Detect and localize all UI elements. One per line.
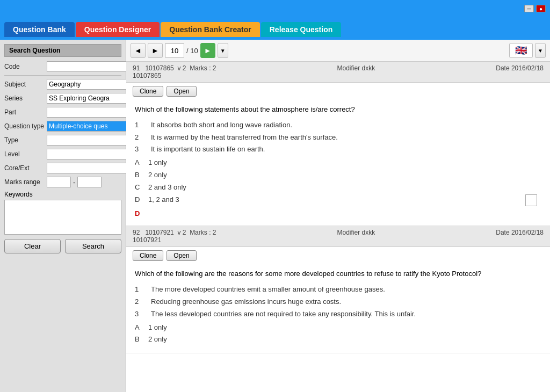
close-button[interactable]: ● (536, 5, 546, 12)
question-block-2: 92 10107921 v 2 Marks : 2 10107921 Modif… (126, 226, 550, 353)
question-type-label: Question type (4, 122, 45, 130)
series-row: Series (4, 93, 121, 104)
question-meta-2: 92 10107921 v 2 Marks : 2 (133, 229, 216, 236)
tab-question-designer[interactable]: Question Designer (76, 22, 160, 37)
item-2-3: 3 The less developed countries are not r… (135, 309, 541, 320)
right-panel: ◄ ► / 10 ► ▼ 🇬🇧 ▼ 91 10107865 v 2 (126, 40, 550, 392)
level-input[interactable] (47, 149, 132, 159)
tab-bar: Question Bank Question Designer Question… (0, 17, 550, 40)
option-1-C: C 2 and 3 only (135, 182, 541, 193)
q-actions-2: Clone Open (126, 247, 550, 264)
item-1-3: 3 It is important to sustain life on ear… (135, 144, 541, 155)
subject-label: Subject (4, 81, 45, 88)
question-text-1: Which of the following statements about … (135, 104, 541, 115)
clone-button-2[interactable]: Clone (133, 250, 163, 261)
clone-button-1[interactable]: Clone (133, 86, 163, 97)
minimize-icon: ─ (527, 6, 531, 12)
title-bar: ─ ● (0, 0, 550, 17)
main-area: Search Question Code Subject Series Part… (0, 40, 550, 392)
code-row: Code (4, 61, 121, 72)
answer-checkbox-1[interactable] (525, 194, 537, 206)
open-button-1[interactable]: Open (167, 86, 196, 97)
question-block-1: 91 10107865 v 2 Marks : 2 10107865 Modif… (126, 62, 550, 226)
question-header-left-1: 91 10107865 v 2 Marks : 2 10107865 (133, 64, 216, 79)
keywords-label: Keywords (4, 191, 121, 198)
part-row: Part (4, 107, 121, 118)
marks-min-input[interactable] (47, 177, 71, 187)
marks-range-row: Marks range - (4, 177, 121, 187)
question-modifier-2: Modifier dxkk (337, 229, 375, 244)
page-input[interactable] (165, 43, 184, 57)
code-input[interactable] (47, 61, 132, 72)
option-1-A: A 1 only (135, 157, 541, 169)
left-panel: Search Question Code Subject Series Part… (0, 40, 126, 392)
option-2-B: B 2 only (135, 334, 541, 345)
subject-row: Subject (4, 79, 121, 90)
q-actions-1: Clone Open (126, 83, 550, 100)
language-flag-button[interactable]: 🇬🇧 (509, 43, 533, 58)
question-type-row: Question type (4, 121, 121, 132)
tab-question-bank[interactable]: Question Bank (4, 22, 75, 37)
item-1-1: 1 It absorbs both short and long wave ra… (135, 120, 541, 131)
page-total: / 10 (186, 47, 198, 55)
tab-release-question[interactable]: Release Question (261, 22, 342, 37)
open-button-2[interactable]: Open (167, 250, 196, 261)
question-modifier-1: Modifier dxkk (337, 64, 375, 79)
action-buttons: Clear Search (4, 239, 121, 253)
question-type-input[interactable] (47, 121, 132, 132)
type-label: Type (4, 136, 45, 144)
part-label: Part (4, 108, 45, 116)
question-header-left-2: 92 10107921 v 2 Marks : 2 10107921 (133, 229, 216, 244)
core-ext-label: Core/Ext (4, 164, 45, 172)
dropdown-button[interactable]: ▼ (218, 43, 228, 58)
question-date-1: Date 2016/02/18 (496, 64, 544, 79)
question-code2-2: 10107921 (133, 236, 216, 244)
tab-question-bank-creator[interactable]: Question Bank Creator (161, 22, 259, 37)
marks-range-label: Marks range (4, 178, 45, 186)
core-ext-input[interactable] (47, 163, 132, 173)
toolbar: ◄ ► / 10 ► ▼ 🇬🇧 ▼ (126, 40, 550, 62)
search-button[interactable]: Search (65, 239, 121, 253)
window-controls: ─ ● (524, 5, 546, 12)
type-row: Type (4, 135, 121, 146)
option-1-D: D 1, 2 and 3 (135, 194, 541, 206)
option-2-A: A 1 only (135, 322, 541, 333)
play-button[interactable]: ► (200, 43, 215, 58)
level-label: Level (4, 150, 45, 158)
minimize-button[interactable]: ─ (524, 5, 534, 12)
question-code2-1: 10107865 (133, 72, 216, 79)
subject-input[interactable] (47, 79, 132, 90)
panel-title: Search Question (4, 44, 121, 57)
marks-range-inputs: - (47, 177, 121, 187)
question-header-1: 91 10107865 v 2 Marks : 2 10107865 Modif… (126, 62, 550, 83)
content-area: 91 10107865 v 2 Marks : 2 10107865 Modif… (126, 62, 550, 392)
level-row: Level (4, 149, 121, 159)
marks-max-input[interactable] (77, 177, 102, 187)
marks-separator: - (73, 178, 75, 186)
question-content-1: Which of the following statements about … (126, 100, 550, 226)
clear-button[interactable]: Clear (4, 239, 61, 253)
question-content-2: Which of the following are the reasons f… (126, 264, 550, 353)
item-2-1: 1 The more developed countries emit a sm… (135, 284, 541, 295)
type-input[interactable] (47, 135, 132, 146)
question-text-2: Which of the following are the reasons f… (135, 268, 541, 280)
question-header-2: 92 10107921 v 2 Marks : 2 10107921 Modif… (126, 226, 550, 247)
option-1-B: B 2 only (135, 170, 541, 181)
correct-answer-1: D (135, 209, 140, 217)
core-ext-row: Core/Ext (4, 163, 121, 173)
next-button[interactable]: ► (148, 43, 163, 58)
series-input[interactable] (47, 93, 132, 104)
close-icon: ● (539, 6, 542, 12)
language-dropdown-button[interactable]: ▼ (535, 43, 546, 58)
code-label: Code (4, 63, 45, 70)
item-2-2: 2 Reducing greenhouse gas emissions incu… (135, 296, 541, 308)
part-input[interactable] (47, 107, 132, 118)
series-label: Series (4, 95, 45, 102)
keywords-textarea[interactable] (4, 200, 121, 235)
question-meta-1: 91 10107865 v 2 Marks : 2 (133, 64, 216, 72)
prev-button[interactable]: ◄ (131, 43, 146, 58)
question-date-2: Date 2016/02/18 (496, 229, 544, 244)
item-1-2: 2 It is warmed by the heat transferred f… (135, 132, 541, 143)
